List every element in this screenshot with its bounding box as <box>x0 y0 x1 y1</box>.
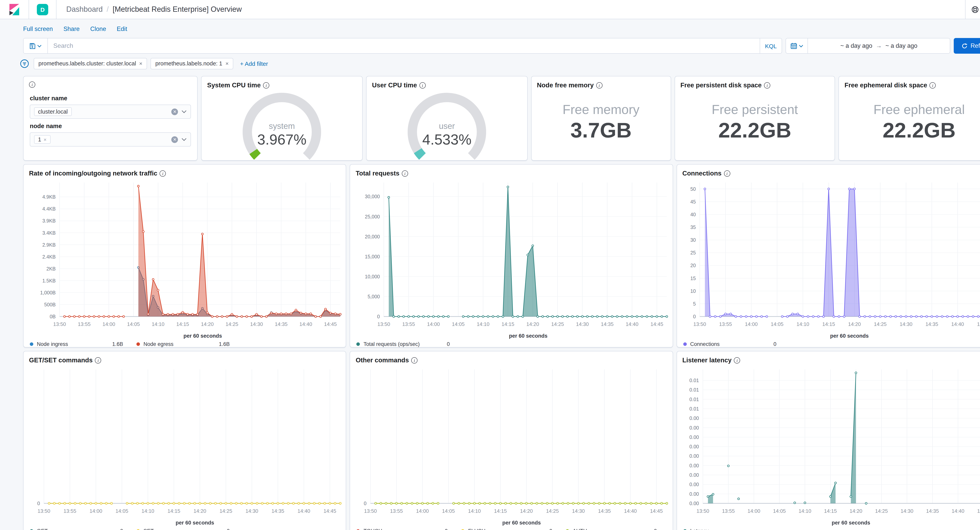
legend-item-flush[interactable]: FLUSH0 <box>461 528 566 530</box>
menu-edit[interactable]: Edit <box>117 25 127 33</box>
legend-dot-icon <box>137 342 140 346</box>
panel-info-icon[interactable]: i <box>724 170 730 176</box>
node-name-combobox[interactable]: 1× ✕ <box>30 132 191 146</box>
svg-text:14:10: 14:10 <box>142 508 154 514</box>
search-input[interactable] <box>48 38 760 53</box>
kibana-logo[interactable] <box>0 0 29 19</box>
search-group: KQL <box>23 38 782 54</box>
legend-item-total-requests-ops-sec-[interactable]: Total requests (ops/sec)0 <box>356 341 463 347</box>
svg-text:14:15: 14:15 <box>494 508 507 514</box>
svg-text:14:10: 14:10 <box>796 321 809 327</box>
svg-text:14:25: 14:25 <box>220 508 232 514</box>
legend-label: TOUCH <box>364 528 382 530</box>
panel-free-memory: Node free memory i Free memory 3.7GB <box>531 76 671 160</box>
legend-dot-icon <box>683 529 687 530</box>
panel-info-icon[interactable]: i <box>95 357 101 363</box>
date-arrow-icon: → <box>876 42 882 49</box>
svg-text:14:20: 14:20 <box>201 321 214 327</box>
legend-label: Connections <box>690 341 719 347</box>
filter-options-button[interactable] <box>18 57 30 69</box>
legend-label: Latency <box>690 528 709 530</box>
panel-info-icon[interactable]: i <box>419 82 425 88</box>
remove-token-icon[interactable]: × <box>43 136 46 143</box>
svg-text:14:00: 14:00 <box>427 321 440 327</box>
svg-text:0.01: 0.01 <box>689 397 699 402</box>
svg-text:0: 0 <box>377 314 380 319</box>
date-to[interactable]: ~ a day ago <box>886 42 918 49</box>
legend-item-touch[interactable]: TOUCH0 <box>356 528 461 530</box>
panel-listener-latency: Listener latency i 13:5013:5514:0014:051… <box>676 351 980 530</box>
filter-pill-cluster[interactable]: prometheus.labels.cluster: cluster.local… <box>34 58 147 69</box>
panel-info-icon[interactable]: i <box>160 170 166 176</box>
legend-item-latency[interactable]: Latency <box>683 528 790 530</box>
dashboard-grid: i cluster name cluster.local ✕ node name… <box>0 69 980 530</box>
legend-item-node-egress[interactable]: Node egress1.6B <box>137 341 243 347</box>
metric-label: Free memory <box>563 102 640 117</box>
svg-text:20: 20 <box>690 263 696 268</box>
clear-selection-icon[interactable]: ✕ <box>172 108 178 115</box>
panel-info-icon[interactable]: i <box>29 81 35 88</box>
filter-pill-node[interactable]: prometheus.labels.node: 1 × <box>151 58 233 69</box>
x-axis-title: per 60 seconds <box>677 520 980 526</box>
date-quick-menu-button[interactable] <box>786 38 808 53</box>
svg-text:13:50: 13:50 <box>53 321 66 327</box>
chevron-down-icon[interactable] <box>182 110 187 113</box>
chevron-down-icon[interactable] <box>182 138 187 141</box>
legend-item-get[interactable]: GET0 <box>30 528 137 530</box>
svg-text:13:55: 13:55 <box>402 321 415 327</box>
breadcrumb-dashboard[interactable]: Dashboard <box>66 5 103 14</box>
legend-dot-icon <box>566 529 569 530</box>
legend-value: 0 <box>445 528 448 530</box>
control-label-node: node name <box>30 122 191 130</box>
remove-filter-icon[interactable]: × <box>139 60 142 67</box>
svg-text:2KB: 2KB <box>46 266 56 271</box>
legend-item-node-ingress[interactable]: Node ingress1.6B <box>30 341 137 347</box>
listener-latency-chart: 13:5013:5514:0014:0514:1014:1514:2014:25… <box>677 365 980 520</box>
legend-item-connections[interactable]: Connections0 <box>683 341 790 347</box>
svg-text:14:00: 14:00 <box>747 508 760 514</box>
help-button[interactable] <box>965 0 980 19</box>
svg-text:14:35: 14:35 <box>925 321 938 327</box>
svg-text:13:50: 13:50 <box>377 321 390 327</box>
panel-info-icon[interactable]: i <box>263 82 269 88</box>
panel-info-icon[interactable]: i <box>734 357 740 363</box>
svg-text:14:40: 14:40 <box>626 321 639 327</box>
svg-text:2.9KB: 2.9KB <box>42 242 56 248</box>
add-filter-button[interactable]: + Add filter <box>240 60 268 67</box>
clear-selection-icon[interactable]: ✕ <box>172 136 178 143</box>
legend-item-auth[interactable]: AUTH0 <box>566 528 670 530</box>
other-commands-chart: 13:5013:5514:0014:0514:1014:1514:2014:25… <box>350 365 673 520</box>
date-from[interactable]: ~ a day ago <box>840 42 872 49</box>
cluster-name-combobox[interactable]: cluster.local ✕ <box>30 105 191 119</box>
user-cpu-gauge: user4.533% <box>366 90 527 160</box>
menu-clone[interactable]: Clone <box>90 25 106 33</box>
metric-value: 22.2GB <box>718 118 791 142</box>
svg-text:1,000B: 1,000B <box>40 290 56 295</box>
menu-share[interactable]: Share <box>64 25 80 33</box>
svg-text:3.4KB: 3.4KB <box>42 230 56 236</box>
menu-full-screen[interactable]: Full screen <box>23 25 53 33</box>
legend-value: 1.6B <box>112 341 123 347</box>
metric-label: Free ephemeral <box>873 102 965 117</box>
panel-info-icon[interactable]: i <box>411 357 417 363</box>
svg-text:4.533%: 4.533% <box>422 132 472 148</box>
panel-info-icon[interactable]: i <box>402 170 408 176</box>
cluster-token[interactable]: cluster.local <box>34 107 72 116</box>
date-range[interactable]: ~ a day ago → ~ a day ago <box>808 38 950 53</box>
breadcrumb-separator: / <box>107 5 109 14</box>
chevron-down-icon <box>37 44 41 47</box>
space-switcher[interactable]: D <box>29 0 56 19</box>
svg-text:0.00: 0.00 <box>689 444 699 449</box>
svg-text:14:00: 14:00 <box>745 321 757 327</box>
refresh-icon <box>962 43 967 49</box>
svg-text:14:20: 14:20 <box>520 508 533 514</box>
svg-text:14:15: 14:15 <box>167 508 180 514</box>
kql-toggle[interactable]: KQL <box>760 38 782 53</box>
refresh-button[interactable]: Refresh <box>954 38 980 54</box>
legend-item-set[interactable]: SET0 <box>137 528 243 530</box>
saved-query-menu-button[interactable] <box>24 38 48 53</box>
svg-text:4.9KB: 4.9KB <box>42 194 56 200</box>
remove-filter-icon[interactable]: × <box>225 60 229 67</box>
node-token[interactable]: 1× <box>34 135 50 144</box>
chart-legend: Node ingress1.6BNode egress1.6B <box>24 339 346 348</box>
